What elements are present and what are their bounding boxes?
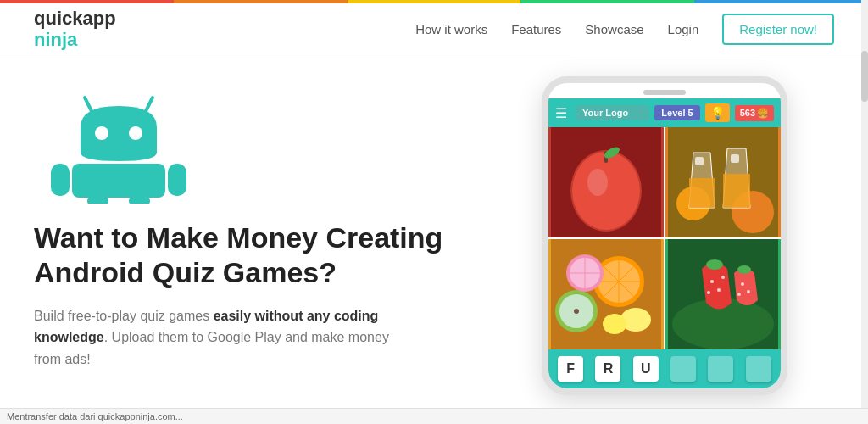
svg-point-44 xyxy=(717,288,721,292)
bulb-icon: 💡 xyxy=(705,103,730,122)
svg-point-39 xyxy=(603,314,626,334)
grid-cell-juice xyxy=(665,127,781,237)
main-subtext: Build free-to-play quiz games easily wit… xyxy=(34,305,390,371)
image-grid xyxy=(548,127,781,349)
svg-rect-8 xyxy=(129,198,150,204)
letter-bar: F R U xyxy=(548,349,781,388)
letter-tile-r[interactable]: R xyxy=(595,356,620,382)
svg-point-2 xyxy=(95,126,108,140)
svg-point-46 xyxy=(721,276,725,279)
svg-rect-19 xyxy=(689,178,715,208)
grid-cell-citrus xyxy=(548,239,664,349)
svg-point-45 xyxy=(707,291,710,294)
main-content: Want to Make Money Creating Android Quiz… xyxy=(0,59,868,421)
svg-rect-21 xyxy=(723,174,750,208)
android-robot xyxy=(34,85,203,204)
svg-point-12 xyxy=(587,169,608,196)
logo[interactable]: quickapp ninja xyxy=(34,8,116,49)
svg-rect-6 xyxy=(168,164,186,196)
grid-cell-apple xyxy=(548,127,664,237)
letter-tile-f[interactable]: F xyxy=(558,356,583,382)
grid-cell-strawberry xyxy=(665,239,781,349)
letter-tile-u[interactable]: U xyxy=(633,356,659,382)
svg-rect-7 xyxy=(87,198,108,204)
svg-point-11 xyxy=(572,152,640,230)
svg-point-47 xyxy=(737,265,751,274)
header: quickapp ninja How it works Features Sho… xyxy=(0,0,868,59)
main-headline: Want to Make Money Creating Android Quiz… xyxy=(34,220,461,290)
svg-point-3 xyxy=(129,126,142,140)
register-button[interactable]: Register now! xyxy=(722,14,834,45)
hamburger-icon: ☰ xyxy=(555,105,567,121)
app-header-bar: ☰ Your Logo Level 5 💡 563 🍔 xyxy=(548,98,781,127)
svg-rect-22 xyxy=(695,157,704,165)
nav-features[interactable]: Features xyxy=(511,22,561,36)
svg-point-27 xyxy=(574,309,579,314)
app-level: Level 5 xyxy=(654,105,699,120)
nav-how-it-works[interactable]: How it works xyxy=(415,22,487,36)
coin-icon: 🍔 xyxy=(757,108,769,119)
app-logo: Your Logo xyxy=(576,105,649,120)
scrollbar[interactable] xyxy=(861,0,868,424)
app-score: 563 🍔 xyxy=(735,105,774,121)
svg-rect-5 xyxy=(51,164,70,196)
phone-mockup: ☰ Your Logo Level 5 💡 563 🍔 xyxy=(542,76,787,395)
scrollbar-thumb[interactable] xyxy=(861,51,868,102)
letter-tile-empty1[interactable] xyxy=(670,356,696,382)
phone-content: ☰ Your Logo Level 5 💡 563 🍔 xyxy=(548,98,781,388)
main-nav: How it works Features Showcase Login Reg… xyxy=(415,14,834,45)
left-section: Want to Make Money Creating Android Quiz… xyxy=(34,76,495,421)
phone-speaker xyxy=(643,90,686,95)
svg-point-43 xyxy=(710,280,714,283)
status-bar: Mentransfer data dari quickappninja.com.… xyxy=(0,408,868,424)
svg-point-48 xyxy=(741,282,744,286)
letter-tile-empty3[interactable] xyxy=(746,356,771,382)
top-stripe xyxy=(0,0,868,3)
svg-point-42 xyxy=(706,259,723,270)
nav-login[interactable]: Login xyxy=(668,22,699,36)
logo-text-line2: ninja xyxy=(34,29,77,50)
subtext-before: Build free-to-play quiz games xyxy=(34,309,214,323)
nav-showcase[interactable]: Showcase xyxy=(585,22,643,36)
svg-point-49 xyxy=(747,290,750,293)
status-text: Mentransfer data dari quickappninja.com.… xyxy=(7,411,183,421)
svg-point-50 xyxy=(737,293,741,296)
svg-rect-4 xyxy=(72,164,165,198)
letter-tile-empty2[interactable] xyxy=(708,356,733,382)
svg-rect-23 xyxy=(731,154,739,163)
logo-text-line1: quickapp xyxy=(34,8,116,29)
right-section: ☰ Your Logo Level 5 💡 563 🍔 xyxy=(495,76,834,421)
